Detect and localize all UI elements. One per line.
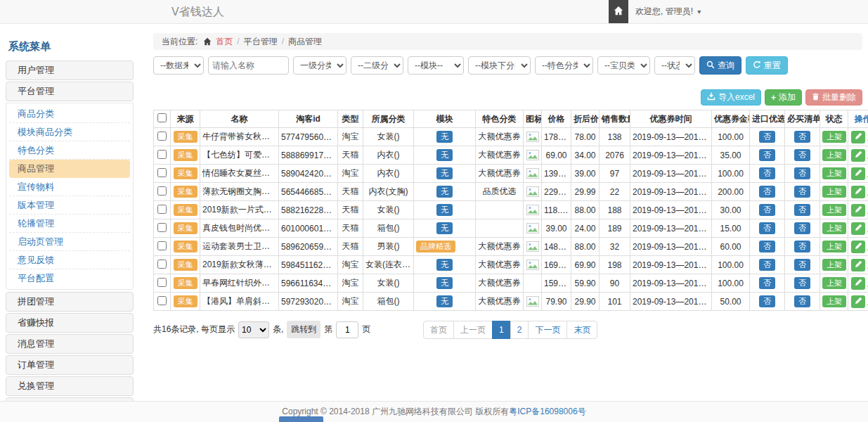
reset-button[interactable]: 重置: [746, 56, 788, 75]
edit-button[interactable]: [851, 186, 865, 198]
import-select-badge[interactable]: 否: [759, 259, 775, 271]
page-button-首页[interactable]: 首页: [423, 321, 454, 339]
edit-button[interactable]: [851, 259, 865, 271]
edit-button[interactable]: [851, 277, 865, 290]
sidebar-item-商品管理[interactable]: 商品管理: [9, 160, 130, 178]
import-select-badge[interactable]: 否: [759, 295, 775, 307]
sidebar-item-平台配置[interactable]: 平台配置: [9, 269, 130, 288]
page-button-2[interactable]: 2: [510, 321, 529, 339]
coupon-amount: 200.00: [712, 183, 750, 201]
filter-select-0[interactable]: --数据来源--: [153, 56, 204, 75]
row-checkbox[interactable]: [157, 260, 167, 269]
row-checkbox[interactable]: [157, 296, 167, 305]
import-select-badge[interactable]: 否: [759, 204, 775, 216]
edit-button[interactable]: [851, 204, 865, 217]
select-all-checkbox[interactable]: [157, 113, 167, 122]
sidebar-section-省赚快报[interactable]: 省赚快报: [6, 313, 134, 333]
status-badge[interactable]: 上架: [822, 222, 846, 234]
sidebar-item-商品分类[interactable]: 商品分类: [9, 105, 130, 123]
must-buy-badge[interactable]: 否: [794, 149, 810, 161]
add-button[interactable]: + 添加: [765, 89, 802, 106]
sidebar-section-拼团管理[interactable]: 拼团管理: [6, 292, 134, 312]
jump-page-input[interactable]: [336, 321, 358, 338]
must-buy-badge[interactable]: 否: [794, 131, 810, 143]
name-search-input[interactable]: [208, 56, 289, 75]
status-badge[interactable]: 上架: [822, 204, 846, 216]
status-badge[interactable]: 上架: [822, 259, 846, 271]
import-select-badge[interactable]: 否: [759, 186, 775, 198]
import-select-badge[interactable]: 否: [759, 131, 775, 143]
import-select-badge[interactable]: 否: [759, 167, 775, 179]
sidebar-item-启动页管理[interactable]: 启动页管理: [9, 233, 130, 251]
edit-button[interactable]: [851, 295, 865, 308]
sidebar-item-轮播管理[interactable]: 轮播管理: [9, 215, 130, 233]
product-image-icon: [526, 168, 539, 179]
page-size-select[interactable]: 10: [238, 321, 269, 338]
must-buy-badge[interactable]: 否: [794, 222, 810, 234]
edit-button[interactable]: [851, 222, 865, 235]
edit-button[interactable]: [851, 167, 865, 180]
row-checkbox[interactable]: [157, 241, 167, 250]
import-select-badge[interactable]: 否: [759, 277, 775, 289]
sidebar-section-兑换管理[interactable]: 兑换管理: [6, 376, 134, 396]
row-checkbox[interactable]: [157, 278, 167, 287]
must-buy-badge[interactable]: 否: [794, 186, 810, 198]
filter-select-4[interactable]: --模块--: [408, 56, 464, 75]
import-select-badge[interactable]: 否: [759, 149, 775, 161]
sidebar-item-宣传物料[interactable]: 宣传物料: [9, 178, 130, 196]
page-button-末页[interactable]: 末页: [566, 321, 597, 339]
must-buy-badge[interactable]: 否: [794, 204, 810, 216]
sidebar-section-订单管理[interactable]: 订单管理: [6, 355, 134, 375]
icp-link[interactable]: 粤ICP备16098006号: [509, 407, 585, 416]
jump-button[interactable]: 跳转到: [287, 321, 320, 338]
home-button[interactable]: [609, 0, 628, 23]
filter-select-3[interactable]: --二级分类--: [351, 56, 403, 75]
batch-delete-button[interactable]: 批量删除: [805, 89, 862, 106]
sidebar-item-模块商品分类[interactable]: 模块商品分类: [9, 123, 130, 141]
page-button-上一页[interactable]: 上一页: [453, 321, 493, 339]
row-checkbox[interactable]: [157, 132, 167, 141]
status-badge[interactable]: 上架: [822, 277, 846, 289]
row-checkbox[interactable]: [157, 168, 167, 177]
sidebar-item-版本管理[interactable]: 版本管理: [9, 196, 130, 215]
status-badge[interactable]: 上架: [822, 241, 846, 252]
page-button-下一页[interactable]: 下一页: [528, 321, 567, 339]
product-category: 女装(): [363, 274, 414, 293]
status-badge[interactable]: 上架: [822, 295, 846, 307]
sidebar-item-特色分类[interactable]: 特色分类: [9, 141, 130, 160]
row-checkbox[interactable]: [157, 205, 167, 214]
status-badge[interactable]: 上架: [822, 167, 846, 179]
breadcrumb-home-link[interactable]: 首页: [216, 36, 233, 48]
user-menu[interactable]: 欢迎您, 管理员! ▾: [635, 0, 701, 23]
status-badge[interactable]: 上架: [822, 131, 846, 143]
must-buy-badge[interactable]: 否: [794, 295, 810, 307]
edit-button[interactable]: [851, 149, 865, 162]
import-select-badge[interactable]: 否: [759, 241, 775, 252]
filter-select-7[interactable]: --宝贝类型--: [597, 56, 650, 75]
edit-button[interactable]: [851, 131, 865, 143]
must-buy-badge[interactable]: 否: [794, 259, 810, 271]
product-name: 牛仔背带裤女秋装减龄...: [200, 128, 279, 146]
sidebar-section-用户管理[interactable]: 用户管理: [6, 60, 134, 80]
row-checkbox[interactable]: [157, 150, 167, 159]
sidebar-section-消息管理[interactable]: 消息管理: [6, 334, 134, 354]
must-buy-badge[interactable]: 否: [794, 241, 810, 252]
search-button[interactable]: 查询: [699, 56, 741, 75]
discount-price: 88.00: [571, 201, 600, 219]
sidebar-section-平台管理[interactable]: 平台管理: [6, 82, 134, 101]
import-select-badge[interactable]: 否: [759, 222, 775, 234]
filter-select-2[interactable]: 一级分类: [293, 56, 346, 75]
must-buy-badge[interactable]: 否: [794, 277, 810, 289]
filter-select-8[interactable]: --状态--: [654, 56, 695, 75]
filter-select-6[interactable]: --特色分类--: [535, 56, 593, 75]
must-buy-badge[interactable]: 否: [794, 167, 810, 179]
filter-select-5[interactable]: --模块下分类--: [468, 56, 531, 75]
row-checkbox[interactable]: [157, 186, 167, 196]
row-checkbox[interactable]: [157, 223, 167, 232]
status-badge[interactable]: 上架: [822, 186, 846, 198]
edit-button[interactable]: [851, 241, 865, 253]
import-excel-button[interactable]: 导入excel: [701, 89, 761, 106]
page-button-1[interactable]: 1: [492, 321, 511, 339]
sidebar-item-意见反馈[interactable]: 意见反馈: [9, 251, 130, 269]
status-badge[interactable]: 上架: [822, 149, 846, 161]
